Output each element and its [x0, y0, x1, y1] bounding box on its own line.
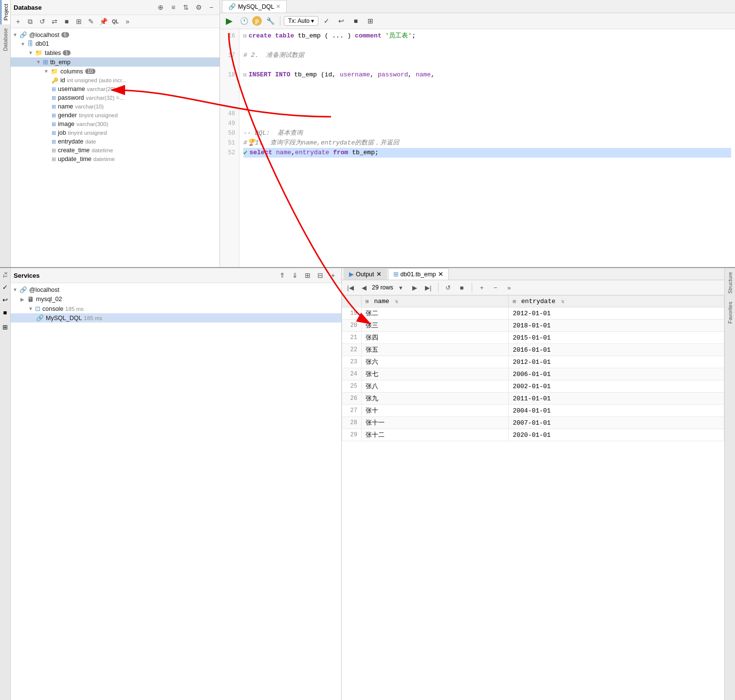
row-num: 19	[342, 307, 362, 320]
sidebar-item-favorites[interactable]: Favorites	[726, 298, 735, 327]
svc-tree-host[interactable]: ▼ 🔗 @localhost	[11, 285, 341, 294]
db-add-btn[interactable]: ⊕	[155, 2, 166, 13]
db-more-btn[interactable]: »	[122, 16, 133, 27]
tree-col-image[interactable]: ⊞ image varchar(300)	[11, 120, 220, 128]
bottom-undo-btn[interactable]: ↩	[0, 294, 11, 305]
table-row[interactable]: 24 张七 2006-01-01	[342, 368, 724, 380]
output-tab-close[interactable]: ✕	[376, 270, 382, 278]
results-refresh-btn[interactable]: ↺	[442, 282, 454, 293]
svc-connect-btn[interactable]: ⊞	[302, 270, 313, 281]
nav-next-btn[interactable]: ▶	[409, 282, 421, 293]
tree-col-name[interactable]: ⊞ name varchar(10)	[11, 102, 220, 111]
results-tab-output[interactable]: ▶ Output ✕	[344, 268, 387, 280]
db-pin-btn[interactable]: 📌	[98, 16, 109, 27]
svc-tree-mysql-dql[interactable]: 🔗 MySQL_DQL 185 ms	[11, 313, 341, 323]
bottom-grid-btn[interactable]: ⊞	[0, 322, 11, 332]
table-row[interactable]: 23 张六 2012-01-01	[342, 356, 724, 368]
p-button[interactable]: p	[252, 16, 262, 26]
table-row[interactable]: 25 张八 2002-01-01	[342, 380, 724, 393]
database-panel: Database ⊕ ≡ ⇅ ⚙ − + ⧉ ↺ ⇄ ■ ⊞ ✎ 📌 QL »	[11, 0, 220, 267]
db-sort-btn[interactable]: ⇅	[181, 2, 191, 13]
nav-first-btn[interactable]: |◀	[345, 282, 356, 293]
run-button[interactable]: ▶	[223, 15, 236, 27]
db-list-btn[interactable]: ≡	[168, 2, 179, 13]
tree-col-password[interactable]: ⊞ password varchar(32) =...	[11, 93, 220, 102]
th-name[interactable]: ⊞ name ⇅	[362, 296, 509, 307]
db-copy-btn[interactable]: ⧉	[25, 16, 36, 27]
results-tab-table[interactable]: ⊞ db01.tb_emp ✕	[388, 268, 449, 280]
db-grid-btn[interactable]: ⊞	[74, 16, 84, 27]
host-label: @localhost	[29, 32, 59, 38]
col-entrydate-type: date	[85, 139, 96, 144]
nav-last-btn[interactable]: ▶|	[423, 282, 434, 293]
tree-col-entrydate[interactable]: ⊞ entrydate date	[11, 137, 220, 146]
results-add-btn[interactable]: +	[476, 282, 488, 293]
tree-col-job[interactable]: ⊞ job tinyint unsigned	[11, 128, 220, 137]
stop-button[interactable]: ■	[349, 15, 362, 27]
svc-tree-mysql02[interactable]: ▶ 🖥 mysql_02	[11, 294, 341, 304]
history-button[interactable]: 🕐	[238, 15, 250, 27]
bottom-check-btn[interactable]: ✓	[0, 282, 11, 292]
rows-info: 29 rows ▾	[372, 282, 407, 293]
editor-tab-close[interactable]: ✕	[276, 3, 280, 10]
row-num: 21	[342, 332, 362, 344]
results-more-btn[interactable]: »	[503, 282, 515, 293]
table-row[interactable]: 26 张九 2011-01-01	[342, 393, 724, 405]
tree-col-create-time[interactable]: ⊞ create_time datetime	[11, 146, 220, 155]
tx-dropdown[interactable]: Tx: Auto ▾	[284, 16, 318, 26]
svc-sort-asc[interactable]: ⇑	[277, 270, 288, 281]
table-row[interactable]: 28 张十一 2007-01-01	[342, 417, 724, 429]
wrench-button[interactable]: 🔧	[264, 15, 276, 27]
undo-button[interactable]: ↩	[335, 15, 348, 27]
svc-terminal-btn[interactable]: ⊟	[315, 270, 326, 281]
db-transfer-btn[interactable]: ⇄	[49, 16, 60, 27]
sidebar-item-project[interactable]: Project	[0, 0, 10, 24]
table-row[interactable]: 27 张十 2004-01-01	[342, 405, 724, 417]
rows-dropdown[interactable]: ▾	[395, 282, 407, 293]
db-refresh-btn[interactable]: ↺	[37, 16, 48, 27]
db-ql-btn[interactable]: QL	[110, 16, 121, 27]
db-edit-btn[interactable]: ✎	[86, 16, 96, 27]
table-row[interactable]: 21 张四 2015-01-01	[342, 332, 724, 344]
results-remove-btn[interactable]: −	[490, 282, 501, 293]
col-job-label: job	[58, 129, 66, 136]
results-stop-btn[interactable]: ■	[456, 282, 468, 293]
columns-badge: 10	[85, 69, 95, 74]
table-row[interactable]: 29 张十二 2020-01-01	[342, 429, 724, 441]
data-table: ⊞ name ⇅ ⊞ entrydate ⇅	[342, 295, 724, 441]
svc-tree-console[interactable]: ▼ ⊡ console 185 ms	[11, 304, 341, 313]
tree-db01[interactable]: ▼ 🗄 db01	[11, 39, 220, 48]
th-entrydate[interactable]: ⊞ entrydate ⇅	[509, 296, 724, 307]
svc-sort-desc[interactable]: ⇓	[290, 270, 300, 281]
tree-col-update-time[interactable]: ⊞ update_time datetime	[11, 155, 220, 163]
table-tab-close[interactable]: ✕	[438, 270, 443, 278]
tree-tables[interactable]: ▼ 📁 tables 1	[11, 48, 220, 57]
sidebar-item-structure[interactable]: Structure	[726, 268, 735, 298]
db-settings-btn[interactable]: ⚙	[193, 2, 204, 13]
nav-prev-btn[interactable]: ◀	[358, 282, 370, 293]
tree-host[interactable]: ▼ 🔗 @localhost 6	[11, 30, 220, 39]
editor-tab-mysql-dql[interactable]: 🔗 MySQL_DQL ✕	[222, 0, 287, 13]
bottom-stop-btn[interactable]: ■	[0, 307, 11, 318]
services-header: Services ⇑ ⇓ ⊞ ⊟ +	[11, 268, 341, 283]
svc-add-btn[interactable]: +	[328, 270, 338, 281]
code-content[interactable]: ⊡ create table tb_emp ( ... ) comment '员…	[239, 29, 735, 267]
table-row[interactable]: 19 张二 2012-01-01	[342, 307, 724, 320]
tree-col-id[interactable]: 🔑 id int unsigned (auto incr...	[11, 76, 220, 85]
db-new-btn[interactable]: +	[13, 16, 23, 27]
db-stop-btn[interactable]: ■	[61, 16, 72, 27]
format-button[interactable]: ⊞	[364, 15, 377, 27]
tree-col-gender[interactable]: ⊞ gender tinyint unsigned	[11, 111, 220, 120]
sidebar-item-database[interactable]: Database	[1, 24, 10, 55]
tree-tb-emp[interactable]: ▼ ⊞ tb_emp	[11, 57, 220, 67]
db-minimize-btn[interactable]: −	[206, 2, 217, 13]
table-row[interactable]: 20 张三 2018-01-01	[342, 320, 724, 332]
cell-name: 张六	[362, 356, 509, 368]
tree-col-username[interactable]: ⊞ username varchar(20)	[11, 85, 220, 93]
code-area[interactable]: 16 17 18 48 49 50 51 52	[220, 29, 735, 267]
table-row[interactable]: 22 张五 2016-01-01	[342, 344, 724, 356]
check-button[interactable]: ✓	[320, 15, 333, 27]
services-title: Services	[14, 272, 275, 279]
tree-columns[interactable]: ▼ 📁 columns 10	[11, 67, 220, 76]
data-table-wrap[interactable]: ⊞ name ⇅ ⊞ entrydate ⇅	[342, 295, 724, 700]
